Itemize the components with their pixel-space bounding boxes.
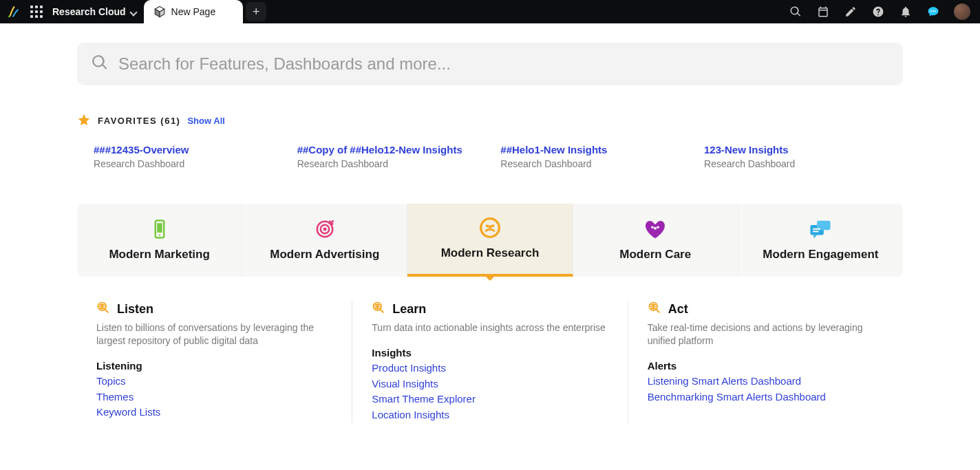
search-icon (91, 54, 109, 74)
favorite-title[interactable]: ##Copy of ##Helo12-New Insights (297, 144, 480, 156)
search-icon[interactable] (789, 5, 802, 19)
brand-label: Research Cloud (52, 6, 126, 17)
column-title: Listen (117, 302, 153, 317)
favorite-card: 123-New Insights Research Dashboard (704, 144, 886, 169)
svg-point-10 (323, 228, 326, 231)
favorite-subtitle: Research Dashboard (704, 158, 886, 169)
category-label: Modern Engagement (763, 248, 878, 261)
sprinklr-logo[interactable] (6, 4, 21, 19)
app-grid-icon[interactable] (30, 6, 43, 18)
category-tab-marketing[interactable]: Modern Marketing (77, 204, 242, 277)
search-bar[interactable] (77, 43, 903, 85)
category-label: Modern Advertising (270, 248, 379, 261)
link-item[interactable]: Keyword Lists (96, 405, 332, 420)
help-icon[interactable] (871, 5, 885, 19)
svg-point-15 (651, 226, 653, 228)
favorite-card: ##Copy of ##Helo12-New Insights Research… (297, 144, 480, 169)
column-description: Take real-time decisions and actions by … (648, 321, 884, 348)
heart-users-icon (644, 219, 666, 239)
column-description: Turn data into actionable insights acros… (372, 321, 608, 334)
link-item[interactable]: Visual Insights (372, 376, 608, 392)
avatar[interactable] (954, 3, 970, 20)
link-item[interactable]: Listening Smart Alerts Dashboard (648, 374, 884, 389)
target-icon (315, 219, 335, 239)
category-tab-advertising[interactable]: Modern Advertising (242, 204, 407, 277)
svg-point-3 (933, 10, 934, 12)
svg-point-14 (489, 225, 492, 228)
add-tab-button[interactable]: + (246, 2, 266, 21)
svg-rect-6 (157, 223, 162, 233)
globe-search-icon (96, 301, 110, 317)
svg-point-2 (930, 10, 932, 12)
svg-rect-21 (813, 231, 819, 232)
favorites-heading: FAVORITES (61) (98, 116, 180, 126)
calendar-icon[interactable]: 08 (816, 5, 830, 19)
chevron-down-icon (130, 8, 137, 15)
svg-point-16 (657, 226, 659, 228)
column-description: Listen to billions of conversations by l… (96, 321, 332, 348)
users-circle-icon (479, 217, 501, 238)
globe-search-icon (648, 301, 661, 317)
svg-point-7 (158, 235, 160, 237)
category-label: Modern Marketing (109, 248, 209, 261)
globe-search-icon (372, 301, 385, 317)
svg-point-0 (8, 16, 10, 18)
show-all-link[interactable]: Show All (187, 116, 224, 126)
favorite-subtitle: Research Dashboard (94, 158, 276, 169)
phone-icon (149, 219, 170, 239)
favorite-subtitle: Research Dashboard (297, 158, 480, 169)
category-tab-research[interactable]: Modern Research (407, 204, 573, 277)
edit-icon[interactable] (844, 5, 858, 19)
link-item[interactable]: Product Insights (372, 361, 608, 376)
cube-icon (153, 6, 166, 18)
category-label: Modern Research (441, 246, 540, 260)
category-label: Modern Care (619, 248, 691, 261)
bell-icon[interactable] (899, 5, 913, 19)
svg-point-4 (935, 10, 936, 12)
column-title: Act (668, 302, 688, 317)
favorite-card: ###12435-Overview Research Dashboard (94, 144, 276, 169)
search-input[interactable] (118, 54, 889, 74)
category-tab-engagement[interactable]: Modern Engagement (738, 204, 903, 277)
category-tab-care[interactable]: Modern Care (573, 204, 738, 277)
svg-text:08: 08 (820, 12, 824, 16)
svg-rect-20 (813, 228, 820, 230)
link-item[interactable]: Benchmarking Smart Alerts Dashboard (648, 389, 884, 405)
group-label: Insights (372, 347, 608, 359)
group-label: Alerts (648, 360, 884, 372)
svg-point-13 (491, 224, 494, 227)
favorite-card: ##Helo1-New Insights Research Dashboard (500, 144, 683, 169)
group-label: Listening (96, 360, 332, 372)
tab-label: New Page (171, 6, 216, 17)
link-item[interactable]: Topics (96, 374, 332, 389)
favorite-title[interactable]: ###12435-Overview (94, 144, 276, 156)
link-item[interactable]: Smart Theme Explorer (372, 392, 608, 407)
chat-icon[interactable] (926, 5, 940, 19)
brand-dropdown[interactable]: Research Cloud (52, 6, 137, 17)
link-item[interactable]: Location Insights (372, 407, 608, 423)
tab-new-page[interactable]: New Page (144, 0, 244, 23)
column-title: Learn (392, 302, 426, 317)
star-icon (77, 113, 91, 129)
favorite-title[interactable]: 123-New Insights (704, 144, 886, 156)
favorite-title[interactable]: ##Helo1-New Insights (500, 144, 683, 156)
svg-point-17 (654, 227, 657, 230)
link-item[interactable]: Themes (96, 389, 332, 405)
svg-point-12 (486, 224, 489, 227)
favorite-subtitle: Research Dashboard (500, 158, 683, 169)
chat-bubbles-icon (809, 219, 832, 239)
